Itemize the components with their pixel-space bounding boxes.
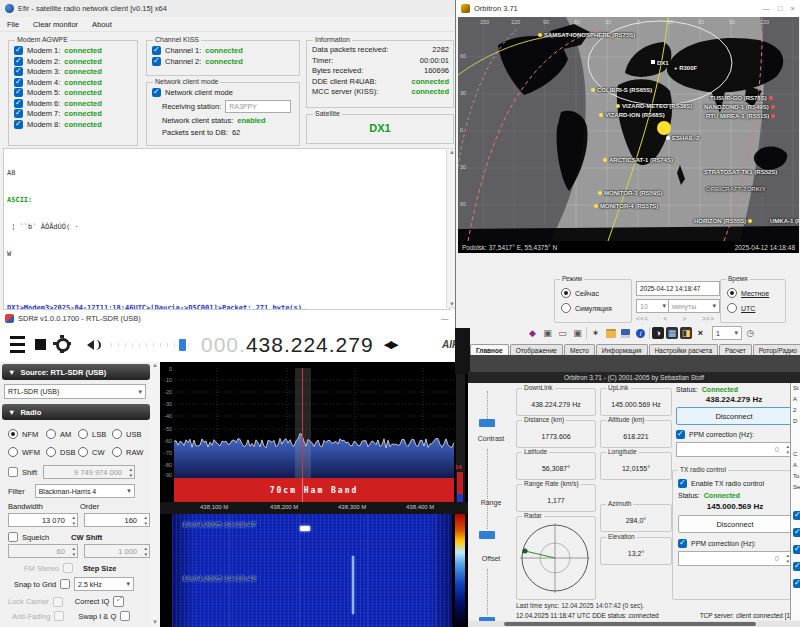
orbitron-tabs: Главное Отображение Место Информация Нас… bbox=[470, 338, 800, 355]
mode-lsb[interactable]: LSB bbox=[78, 429, 110, 439]
tab-location[interactable]: Место bbox=[564, 344, 595, 355]
mode-usb[interactable]: USB bbox=[112, 429, 146, 439]
modem-7-checkbox[interactable] bbox=[14, 109, 23, 118]
volume-slider[interactable] bbox=[111, 339, 191, 351]
step-size-select[interactable]: 2.5 kHz bbox=[74, 577, 134, 591]
frequency-display[interactable]: 000.438.224.279 bbox=[201, 333, 374, 357]
sdrsharp-window: SDR# v1.0.0.1700 - RTL-SDR (USB) —□ 000.… bbox=[0, 310, 470, 627]
receiving-station-input[interactable]: RA3PPY bbox=[225, 100, 291, 113]
sdr-panel-scrollbar[interactable]: ▲ ▼ bbox=[150, 362, 160, 627]
swap-iq-checkbox[interactable] bbox=[120, 611, 130, 621]
time-utc-radio[interactable]: UTC bbox=[721, 298, 785, 313]
tab-main[interactable]: Главное bbox=[470, 344, 509, 355]
nav-fast-forward[interactable]: >>> bbox=[702, 315, 714, 322]
squelch-input[interactable]: 60 bbox=[8, 544, 78, 558]
rx-ppm-checkbox[interactable] bbox=[676, 430, 685, 439]
mode-nfm[interactable]: NFM bbox=[8, 429, 44, 439]
rx-disconnect-button[interactable]: Disconnect bbox=[676, 407, 792, 425]
channel-kiss-label: Channel KISS bbox=[153, 36, 201, 43]
radio-panel-titlebar[interactable]: Orbitron 3.71 - (C) 2001-2005 by Sebasti… bbox=[468, 372, 800, 383]
modem-6-checkbox[interactable] bbox=[14, 99, 23, 108]
distance-value: 1773.606 bbox=[517, 433, 595, 440]
mode-wfm[interactable]: WFM bbox=[8, 447, 44, 457]
step-value-select[interactable]: 10 bbox=[636, 299, 670, 313]
clipped-checkbox[interactable] bbox=[793, 545, 800, 554]
modem-1-checkbox[interactable] bbox=[14, 46, 23, 55]
filter-select[interactable]: Blackman-Harris 4 bbox=[35, 484, 135, 498]
source-header[interactable]: ▼Source: RTL-SDR (USB) bbox=[2, 364, 150, 380]
range-slider[interactable] bbox=[479, 531, 495, 539]
nav-fast-back[interactable]: <<< bbox=[636, 315, 648, 322]
horizontal-scrollbar[interactable] bbox=[468, 621, 800, 627]
modem-8-checkbox[interactable] bbox=[14, 120, 23, 129]
frequency-step-arrows[interactable]: ◀▶ bbox=[384, 338, 397, 351]
tab-prediction-settings[interactable]: Настройки расчета bbox=[649, 344, 718, 355]
minimize-icon[interactable]: — bbox=[763, 4, 771, 13]
contrast-slider[interactable] bbox=[479, 419, 495, 427]
tx-ppm-checkbox[interactable] bbox=[678, 539, 687, 548]
menu-about[interactable]: About bbox=[85, 20, 119, 29]
bandwidth-input[interactable]: 13 070 bbox=[8, 513, 78, 527]
gear-icon[interactable] bbox=[56, 338, 70, 352]
speaker-icon[interactable] bbox=[80, 340, 101, 350]
altitude-box: Altitude (km)618.221 bbox=[600, 420, 672, 448]
mode-cw[interactable]: CW bbox=[78, 447, 110, 457]
modem-5-checkbox[interactable] bbox=[14, 88, 23, 97]
clipped-checkbox[interactable] bbox=[793, 528, 800, 537]
clipped-checkbox[interactable] bbox=[793, 562, 800, 571]
tx-ppm-input[interactable]: 0 bbox=[678, 551, 792, 566]
tuning-bandwidth-region[interactable] bbox=[295, 368, 311, 478]
close-icon[interactable]: × bbox=[791, 4, 795, 13]
tx-enable-checkbox[interactable] bbox=[678, 479, 687, 488]
time-local-radio[interactable]: Местное bbox=[721, 280, 785, 298]
sdr-titlebar[interactable]: SDR# v1.0.0.1700 - RTL-SDR (USB) —□ bbox=[0, 310, 470, 327]
snap-to-grid-checkbox[interactable] bbox=[60, 579, 70, 589]
modem-2-checkbox[interactable] bbox=[14, 57, 23, 66]
radio-header[interactable]: ▼Radio bbox=[2, 404, 150, 420]
tab-rotor-radio[interactable]: Ротор/Радио bbox=[753, 344, 800, 355]
menu-file[interactable]: File bbox=[0, 20, 26, 29]
cwshift-input[interactable]: 1 000 bbox=[84, 544, 150, 558]
nav-back[interactable]: < bbox=[663, 315, 667, 322]
maximize-icon[interactable]: □ bbox=[778, 4, 783, 13]
squelch-checkbox[interactable] bbox=[8, 532, 18, 542]
correct-iq-checkbox[interactable]: ✓ bbox=[113, 596, 124, 607]
modem-3-checkbox[interactable] bbox=[14, 67, 23, 76]
mode-sim-radio[interactable]: Симуляция bbox=[555, 298, 631, 313]
tx-disconnect-button[interactable]: Disconnect bbox=[678, 515, 792, 533]
order-input[interactable]: 160 bbox=[84, 513, 150, 527]
mode-raw[interactable]: RAW bbox=[112, 447, 146, 457]
shift-checkbox[interactable] bbox=[8, 467, 18, 477]
stop-button[interactable] bbox=[35, 339, 46, 350]
step-unit-select[interactable]: минуты bbox=[668, 299, 720, 313]
clipped-checkbox[interactable] bbox=[793, 579, 800, 588]
menu-clear-monitor[interactable]: Clear monitor bbox=[26, 20, 85, 29]
efir-titlebar[interactable]: Efir - satellite radio network client [v… bbox=[0, 0, 457, 17]
minimize-icon[interactable]: — bbox=[441, 314, 449, 323]
tuning-line[interactable] bbox=[302, 368, 303, 478]
tab-prediction[interactable]: Расчет bbox=[719, 344, 752, 355]
source-select[interactable]: RTL-SDR (USB) bbox=[4, 384, 146, 399]
channel-2-checkbox[interactable] bbox=[152, 57, 161, 66]
network-client-checkbox[interactable] bbox=[152, 88, 161, 97]
mode-dsb[interactable]: DSB bbox=[46, 447, 76, 457]
tab-information[interactable]: Информация bbox=[596, 344, 648, 355]
tab-display[interactable]: Отображение bbox=[510, 344, 563, 355]
nav-forward[interactable]: > bbox=[683, 315, 687, 322]
shift-input[interactable]: 9 749 974 000 bbox=[43, 465, 135, 479]
efir-terminal[interactable]: A8 ASCII: ¦ ``b` ÂÔÅdÚÓ( · W DX1>Modem3>… bbox=[3, 148, 450, 310]
channel-1-checkbox[interactable] bbox=[152, 46, 161, 55]
spectrum-plot[interactable]: 0 -10 -20 -30 -40 -50 -60 -70 -80 -90 bbox=[160, 368, 468, 478]
waterfall[interactable]: 12.04.2025 14:18:47 12.04.2025 14:18:42 bbox=[172, 514, 452, 627]
satellite-map-label: ORBICRAFT-ZORKIY bbox=[706, 186, 766, 192]
modem-4-checkbox[interactable] bbox=[14, 78, 23, 87]
observer-coordinates: Podolsk: 37,5417° E, 55,4375° N bbox=[462, 244, 557, 251]
orbitron-titlebar[interactable]: Orbitron 3.71 —□× bbox=[456, 0, 800, 17]
hamburger-menu-icon[interactable] bbox=[10, 336, 25, 353]
rx-ppm-input[interactable]: 0 bbox=[676, 442, 792, 457]
mode-now-radio[interactable]: Сейчас bbox=[555, 280, 631, 298]
mode-am[interactable]: AM bbox=[46, 429, 76, 439]
clipped-checkbox[interactable] bbox=[793, 511, 800, 520]
tcp-status: TCP server: client connected [1] bbox=[700, 612, 792, 620]
datetime-input[interactable]: 2025-04-12 14:18:47 bbox=[636, 281, 720, 296]
